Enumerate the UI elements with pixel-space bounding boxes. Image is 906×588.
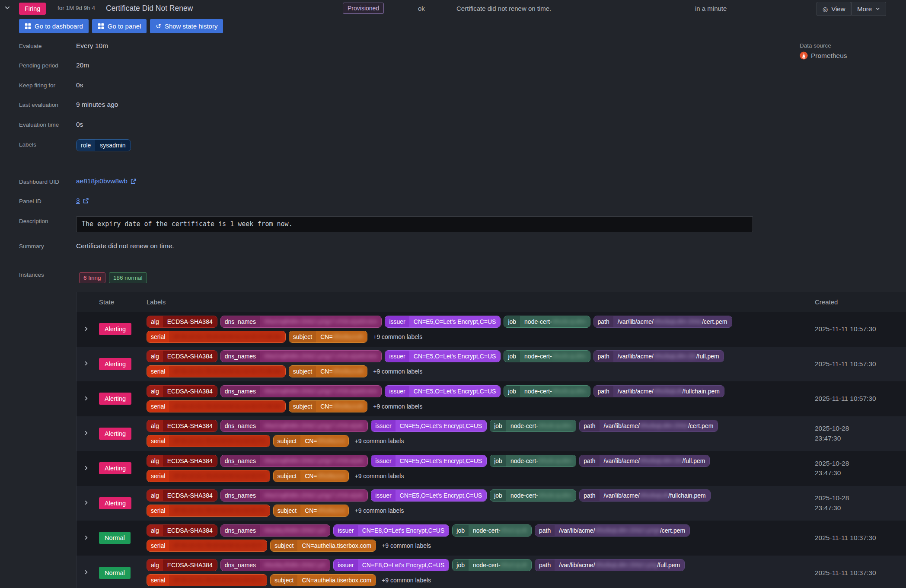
common-labels-text: +9 common labels <box>354 438 404 444</box>
more-button[interactable]: More <box>851 2 886 16</box>
common-labels-text: +9 common labels <box>382 577 431 584</box>
pill-subject-key: subject <box>271 540 297 551</box>
pill-path-key: path <box>535 525 555 536</box>
dashboard-uid-link[interactable]: ae818js0bvw8wb <box>76 177 128 185</box>
row-expand-chevron-icon[interactable] <box>83 499 99 507</box>
pill-alg-key: alg <box>147 386 163 397</box>
label-pill-dns-names: dns_nameshNw3 kqiRd9m ZtXb2 LpVgc7 sYfJ4… <box>220 316 382 328</box>
label-pill-issuer: issuerCN=E5,O=Let's Encrypt,C=US <box>371 420 487 432</box>
label-pill-subject: subjectCN=authelia.tiserbox.com <box>270 540 376 552</box>
row-state-badge: Alerting <box>99 323 131 335</box>
row-expand-chevron-icon[interactable] <box>83 395 99 403</box>
row-created: 2025-11-11 10:57:30 <box>815 394 906 403</box>
pill-dns-key: dns_names <box>221 386 260 397</box>
view-button[interactable]: ◎ View <box>817 2 851 16</box>
pill-job-key: job <box>453 559 469 571</box>
label-pill-dns-names: dns_nameshNw3 kqiRd9m ZtXb2 LpVgc7 sYfJ4… <box>220 350 382 362</box>
pill-subject-key: subject <box>274 470 300 482</box>
pill-issuer-key: issuer <box>385 386 409 397</box>
pill-dns-blur: hNw3kq iRd9m ZtXb2 LpV <box>264 525 325 536</box>
pill-subject-prefix: CN= <box>305 470 317 482</box>
description-field[interactable]: The expiry date of the certificate is 1 … <box>76 216 753 232</box>
label-pill-serial: serial4F:9A:2C:E1:7B:30:D8:5K:61:AA:0C:F… <box>147 470 270 482</box>
row-state-badge: Alerting <box>99 393 131 405</box>
pill-dns-blur: hNw3 kqiRd9m ZtXb2 LpVgc7 sYfJ4 aQoE8 dU… <box>264 316 377 327</box>
pill-serial-blur: 4F:9A:2C:E1:7B:30:D8:5K:61:AA:0C:F <box>173 575 262 586</box>
pill-serial-blur: 4F:9A:2C:E1:7B:30:D8:5K:61:AA:0C:F2 <box>173 470 265 482</box>
go-to-dashboard-button[interactable]: Go to dashboard <box>19 19 89 33</box>
pill-job-blur: hRw3k qLd9m <box>552 351 586 362</box>
label-pill-path: path/var/lib/acme/hRw3kqiLd9/fullchain.p… <box>593 385 724 397</box>
label-pill-subject: subjectCN=hRw3kq iLd9 <box>289 331 367 343</box>
pill-path-blur: hRw3kqiLd9m ZtXb2 <box>654 316 702 327</box>
pill-subject-prefix: CN= <box>320 331 332 342</box>
row-state-badge: Alerting <box>99 428 131 440</box>
label-pill-alg: algECDSA-SHA384 <box>147 489 217 502</box>
datasource-label: Data source <box>800 42 831 49</box>
label-pill-dns-names: dns_nameshNw3 kqiRd9m ZtXb2 LpVgc7 sYfJ4… <box>220 455 368 467</box>
summary-value: Certificate did not renew on time. <box>76 242 174 250</box>
pill-alg-key: alg <box>147 316 163 327</box>
label-pill-dns-names: dns_nameshNw3kq iRd9m ZtXb2 LpV <box>220 559 331 571</box>
panel-id-link[interactable]: 3 <box>76 197 80 205</box>
pill-path-key: path <box>535 559 555 571</box>
pill-subject-prefix: CN= <box>305 435 317 447</box>
label-pill-subject: subjectCN=authelia.tiserbox.com <box>270 574 376 586</box>
pill-path-prefix: /var/lib/acme/ <box>604 420 640 431</box>
pill-alg-value: ECDSA-SHA384 <box>163 316 217 327</box>
pill-serial-blur: 4F:9A:2C:E1:7B:30:D8:5K:61:AA:0C:F2:9E:B… <box>173 401 281 412</box>
pill-subject-prefix: CN= <box>320 366 332 377</box>
row-expand-chevron-icon[interactable] <box>83 360 99 368</box>
pill-dns-key: dns_names <box>221 351 260 362</box>
row-expand-chevron-icon[interactable] <box>83 465 99 472</box>
label-pill-serial: serial4F:9A:2C:E1:7B:30:D8:5K:61:AA:0C:F <box>147 574 267 586</box>
row-expand-chevron-icon[interactable] <box>83 430 99 437</box>
pill-issuer-value: CN=E5,O=Let's Encrypt,C=US <box>396 490 487 501</box>
pill-alg-value: ECDSA-SHA384 <box>163 386 217 397</box>
pill-alg-key: alg <box>147 559 163 571</box>
expand-chevron-icon[interactable] <box>4 5 10 12</box>
pill-subject-prefix: CN=authelia.tiserbox.com <box>302 540 371 551</box>
row-expand-chevron-icon[interactable] <box>83 326 99 333</box>
label-pill-alg: algECDSA-SHA384 <box>147 420 217 432</box>
row-expand-chevron-icon[interactable] <box>83 534 99 542</box>
common-labels-text: +9 common labels <box>373 333 422 340</box>
for-duration-text: for 1M 9d 9h 4 <box>57 5 95 11</box>
label-pill-issuer: issuerCN=E5,O=Let's Encrypt,C=US <box>371 489 487 502</box>
instance-row: Alerting algECDSA-SHA384 dns_nameshNw3 k… <box>77 416 906 451</box>
pill-issuer-value: CN=E5,O=Let's Encrypt,C=US <box>409 351 501 362</box>
pill-dns-blur: hNw3 kqiRd9m ZtXb2 LpVgc7 sYfJ4 aQoE <box>264 420 363 431</box>
history-icon: ↺ <box>156 23 161 29</box>
go-to-panel-button[interactable]: Go to panel <box>92 19 147 33</box>
pill-subject-key: subject <box>274 435 300 447</box>
pill-path-suffix: /cert.pem <box>688 420 713 431</box>
datasource-name[interactable]: Prometheus <box>811 52 847 60</box>
pill-issuer-key: issuer <box>385 351 409 362</box>
label-pill-alg: algECDSA-SHA384 <box>147 455 217 467</box>
pill-serial-blur: 4F:9A:2C:E1:7B:30:D8:5K:61:AA:0C:F2:9E:B… <box>173 331 281 342</box>
label-pill-subject: subjectCN=hRw3kq iLd <box>273 435 349 447</box>
pill-dns-key: dns_names <box>221 559 260 571</box>
pill-path-suffix: /cert.pem <box>702 316 727 327</box>
pill-alg-value: ECDSA-SHA384 <box>163 420 217 431</box>
pill-path-prefix: /var/lib/acme/ <box>604 490 640 501</box>
page-title: Certificate Did Not Renew <box>106 4 193 13</box>
panel-id-label: Panel ID <box>19 198 41 205</box>
row-expand-chevron-icon[interactable] <box>83 569 99 576</box>
pill-issuer-value: CN=E8,O=Let's Encrypt,C=US <box>358 525 449 536</box>
pill-job-key: job <box>504 386 520 397</box>
label-pill-alg: algECDSA-SHA384 <box>147 385 217 397</box>
rule-label-key: role <box>77 140 95 151</box>
pill-dns-key: dns_names <box>221 490 260 501</box>
chevron-down-icon <box>875 6 880 11</box>
pill-job-prefix: node-cert- <box>524 386 552 397</box>
pill-issuer-value: CN=E5,O=Let's Encrypt,C=US <box>396 420 487 431</box>
pill-subject-key: subject <box>274 505 300 516</box>
pill-job-prefix: node-cert- <box>473 525 501 536</box>
pill-alg-key: alg <box>147 525 163 536</box>
pill-path-prefix: /var/lib/acme/ <box>559 559 595 571</box>
pill-subject-prefix: CN=authelia.tiserbox.com <box>302 575 371 586</box>
header-state: State <box>99 298 147 306</box>
show-state-history-button[interactable]: ↺ Show state history <box>150 19 223 33</box>
label-pill-dns-names: dns_nameshNw3kq iRd9m ZtXb2 LpV <box>220 524 331 537</box>
